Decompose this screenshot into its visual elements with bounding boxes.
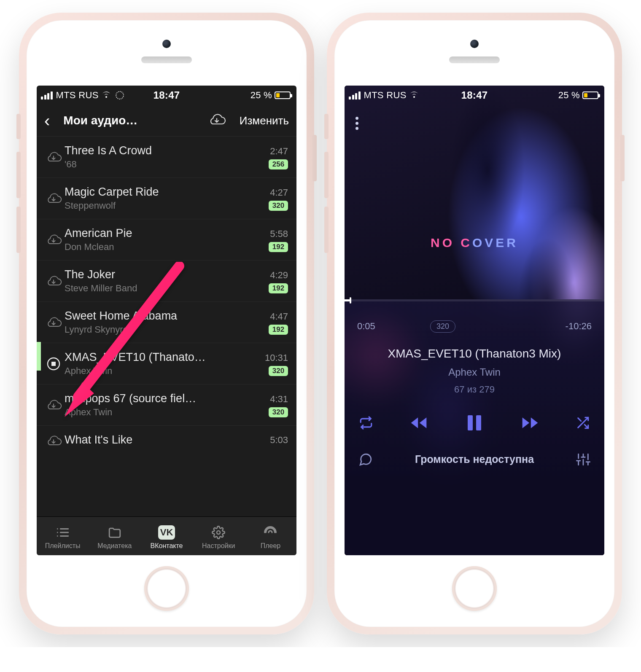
tab-плейлисты[interactable]: Плейлисты xyxy=(37,517,89,555)
track-row[interactable]: The Joker Steve Miller Band 4:29 192 xyxy=(37,261,296,302)
cloud-download-icon[interactable] xyxy=(43,193,65,204)
cloud-download-icon[interactable] xyxy=(43,151,65,163)
bitrate-badge: 192 xyxy=(269,242,288,252)
cloud-download-icon[interactable] xyxy=(43,234,65,246)
track-title: The Joker xyxy=(65,268,264,281)
tab-label: Плейлисты xyxy=(45,542,81,550)
home-button[interactable] xyxy=(144,566,189,611)
download-all-button[interactable] xyxy=(207,113,226,128)
signal-icon xyxy=(41,91,53,99)
bitrate-badge[interactable]: 320 xyxy=(430,320,455,333)
camera-dot xyxy=(470,40,479,48)
shuffle-button[interactable] xyxy=(576,416,590,430)
navbar: ‹ Мои аудио… Изменить xyxy=(37,105,296,136)
clock: 18:47 xyxy=(154,89,180,101)
track-artist: Lynyrd Skynyrd xyxy=(65,324,264,335)
tab-icon xyxy=(264,525,277,540)
track-duration: 4:31 xyxy=(269,394,288,405)
track-title: Sweet Home Alabama xyxy=(65,309,264,323)
lyrics-button[interactable] xyxy=(357,452,374,467)
track-row[interactable]: Three Is A Crowd '68 2:47 256 xyxy=(37,137,296,178)
track-row[interactable]: Sweet Home Alabama Lynyrd Skynyrd 4:47 1… xyxy=(37,302,296,343)
tab-label: ВКонтакте xyxy=(151,542,183,550)
svg-point-2 xyxy=(217,531,220,534)
tab-bar: Плейлисты МедиатекаVK ВКонтакте Настройк… xyxy=(37,516,296,555)
tab-icon xyxy=(108,525,122,540)
repeat-button[interactable] xyxy=(359,416,373,430)
track-duration: 4:27 xyxy=(269,187,288,198)
track-row[interactable]: Magic Carpet Ride Steppenwolf 4:27 320 xyxy=(37,178,296,219)
cloud-download-icon[interactable] xyxy=(43,275,65,287)
tab-плеер[interactable]: Плеер xyxy=(245,517,296,555)
wifi-icon xyxy=(101,90,111,101)
track-title: Three Is A Crowd xyxy=(65,144,264,157)
tab-label: Медиатека xyxy=(97,542,132,550)
battery-icon xyxy=(275,91,291,99)
bitrate-badge: 192 xyxy=(269,325,288,335)
home-button[interactable] xyxy=(452,566,497,611)
bitrate-badge: 320 xyxy=(269,366,288,376)
player-buttons xyxy=(357,413,592,433)
previous-button[interactable] xyxy=(409,414,428,432)
edit-button[interactable]: Изменить xyxy=(240,114,289,127)
svg-rect-3 xyxy=(468,415,473,430)
progress-bar[interactable] xyxy=(345,299,604,301)
now-playing-title: XMAS_EVET10 (Thanaton3 Mix) xyxy=(357,347,592,360)
track-list[interactable]: Three Is A Crowd '68 2:47 256 Magic Carp… xyxy=(37,136,296,516)
tab-медиатека[interactable]: Медиатека xyxy=(89,517,140,555)
svg-rect-1 xyxy=(51,362,56,366)
battery-percent: 25 % xyxy=(558,90,580,101)
equalizer-button[interactable] xyxy=(575,452,592,467)
volume-unavailable-label: Громкость недоступна xyxy=(382,453,566,465)
bitrate-badge: 320 xyxy=(269,407,288,417)
carrier-label: MTS RUS xyxy=(56,90,99,101)
volume-row: Громкость недоступна xyxy=(357,452,592,467)
track-duration: 5:58 xyxy=(269,228,288,239)
signal-icon xyxy=(349,91,361,99)
track-title: minipops 67 (source fiel… xyxy=(65,392,264,405)
now-playing-artist: Aphex Twin xyxy=(357,366,592,378)
page-title: Мои аудио… xyxy=(63,114,137,127)
bitrate-badge: 192 xyxy=(269,283,288,293)
pause-button[interactable] xyxy=(464,413,485,433)
tab-label: Настройки xyxy=(202,542,235,550)
status-bar: MTS RUS 18:47 25 % xyxy=(345,86,604,105)
no-cover-label: NO COVER xyxy=(345,236,604,250)
back-button[interactable]: ‹ xyxy=(44,111,50,130)
screen-list: MTS RUS 18:47 25 % ‹ Мои аудио… xyxy=(37,86,296,555)
phone-left: MTS RUS 18:47 25 % ‹ Мои аудио… xyxy=(19,13,314,634)
speaker-grille xyxy=(141,56,192,63)
bitrate-badge: 256 xyxy=(269,159,288,169)
battery-percent: 25 % xyxy=(250,90,272,101)
status-bar: MTS RUS 18:47 25 % xyxy=(37,86,296,105)
clock: 18:47 xyxy=(461,89,488,101)
track-duration: 5:03 xyxy=(270,435,288,446)
track-row[interactable]: American Pie Don Mclean 5:58 192 xyxy=(37,219,296,261)
carrier-label: MTS RUS xyxy=(364,90,407,101)
tab-вконтакте[interactable]: VK ВКонтакте xyxy=(140,517,192,555)
tab-icon xyxy=(212,525,225,540)
next-button[interactable] xyxy=(521,414,539,432)
tab-label: Плеер xyxy=(261,542,281,550)
wifi-icon xyxy=(409,90,419,101)
track-title: Magic Carpet Ride xyxy=(65,185,264,199)
track-row[interactable]: What It's Like 5:03 xyxy=(37,426,296,451)
tab-настройки[interactable]: Настройки xyxy=(193,517,245,555)
cloud-download-icon[interactable] xyxy=(43,317,65,328)
track-title: What It's Like xyxy=(65,433,265,446)
track-title: XMAS_EVET10 (Thanato… xyxy=(65,351,260,364)
now-playing-icon[interactable] xyxy=(43,357,65,371)
more-options-button[interactable] xyxy=(356,117,358,130)
camera-dot xyxy=(162,40,171,48)
svg-rect-4 xyxy=(476,415,481,430)
battery-icon xyxy=(582,91,598,99)
track-artist: Aphex Twin xyxy=(65,407,264,418)
phone-right: MTS RUS 18:47 25 % NO COVER 0: xyxy=(327,13,622,634)
cloud-download-icon[interactable] xyxy=(43,399,65,411)
track-artist: Steppenwolf xyxy=(65,200,264,211)
tab-icon: VK xyxy=(158,525,175,540)
speaker-grille xyxy=(449,56,500,63)
cloud-download-icon[interactable] xyxy=(43,435,65,447)
track-row[interactable]: XMAS_EVET10 (Thanato… Aphex Twin 10:31 3… xyxy=(37,343,296,384)
track-row[interactable]: minipops 67 (source fiel… Aphex Twin 4:3… xyxy=(37,384,296,426)
